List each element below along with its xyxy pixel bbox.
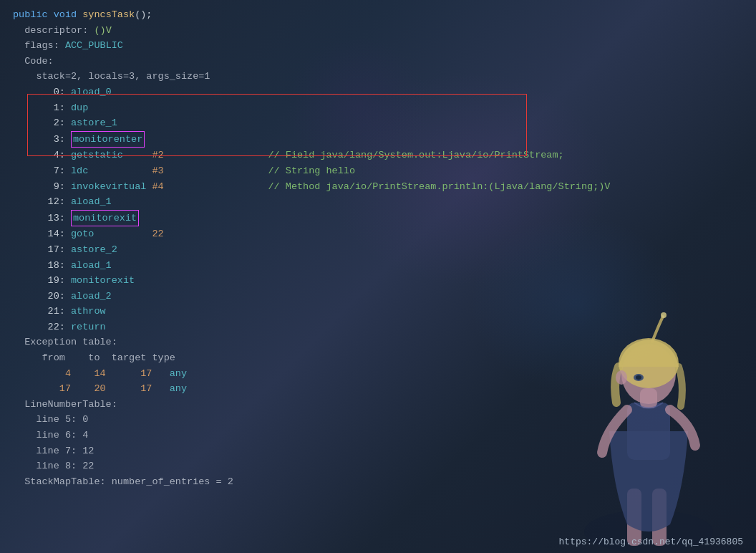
- code-line-5: stack=2, locals=3, args_size=1: [13, 69, 743, 85]
- code-line-12: 9: invokevirtual #4 // Method java/io/Pr…: [13, 179, 743, 195]
- code-line-24: 4 14 17 any: [13, 366, 743, 382]
- code-line-31: StackMapTable: number_of_entries = 2: [13, 474, 743, 490]
- code-line-19: 20: aload_2: [13, 289, 743, 304]
- code-line-6: 0: aload_0: [13, 85, 743, 100]
- code-line-13: 12: aload_1: [13, 194, 743, 210]
- code-line-27: line 5: 0: [13, 412, 743, 428]
- code-line-11: 7: ldc #3 // String hello: [13, 163, 743, 179]
- code-line-26: LineNumberTable:: [13, 397, 743, 413]
- code-line-3: flags: ACC_PUBLIC: [13, 38, 743, 54]
- code-line-9: 3: monitorenter: [13, 131, 743, 148]
- code-line-23: from to target type: [13, 350, 743, 366]
- code-line-7: 1: dup: [13, 100, 743, 116]
- footer-url: https://blog.csdn.net/qq_41936805: [559, 537, 743, 547]
- code-line-16: 17: astore_2: [13, 242, 743, 258]
- code-line-18: 19: monitorexit: [13, 273, 743, 289]
- monitorexit-highlight: monitorexit: [71, 210, 139, 227]
- code-line-14: 13: monitorexit: [13, 210, 743, 227]
- code-container: public void syncsTask(); descriptor: ()V…: [0, 0, 756, 532]
- code-line-2: descriptor: ()V: [13, 23, 743, 39]
- code-line-28: line 6: 4: [13, 428, 743, 443]
- code-line-29: line 7: 12: [13, 443, 743, 459]
- code-line-22: Exception table:: [13, 335, 743, 350]
- code-line-20: 21: athrow: [13, 304, 743, 319]
- code-line-30: line 8: 22: [13, 458, 743, 474]
- code-line-4: Code:: [13, 54, 743, 69]
- monitorenter-highlight: monitorenter: [71, 131, 145, 148]
- code-line-21: 22: return: [13, 319, 743, 335]
- url-text: https://blog.csdn.net/qq_41936805: [559, 537, 743, 547]
- code-line-15: 14: goto 22: [13, 226, 743, 242]
- code-line-25: 17 20 17 any: [13, 381, 743, 397]
- code-line-8: 2: astore_1: [13, 115, 743, 131]
- code-line-10: 4: getstatic #2 // Field java/lang/Syste…: [13, 148, 743, 163]
- code-line-17: 18: aload_1: [13, 258, 743, 274]
- code-line-1: public void syncsTask();: [13, 7, 743, 23]
